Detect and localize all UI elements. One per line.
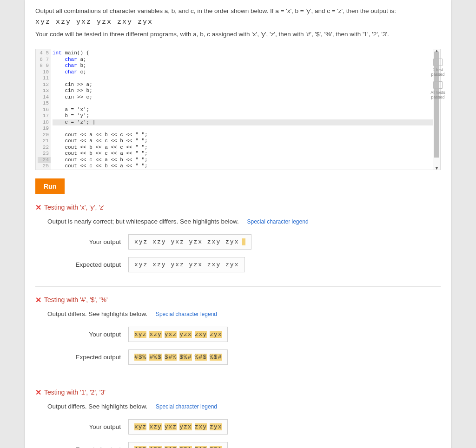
test-message: Output differs. See highlights below. Sp… [47, 310, 441, 317]
editor-gutter: 4 5 6 7 8 9 10 11 12 13 14 15 16 17 18 1… [36, 49, 51, 170]
prompt-sample-output: xyz xzy yxz yzx zxy zyx [35, 18, 441, 26]
prompt-line-2: Your code will be tested in three differ… [35, 31, 441, 38]
test-title: ✕Testing with '1', '2', '3' [35, 388, 441, 396]
badge-one-test-icon [433, 59, 443, 66]
fail-icon: ✕ [35, 204, 41, 211]
output-row: Expected output#$%#%$$#%$%#%#$%$# [68, 349, 441, 365]
prompt-line-1: Output all combinations of character var… [35, 7, 441, 14]
fail-icon: ✕ [35, 296, 41, 304]
output-box: xyz xzy yxz yzx zxy zyx [128, 234, 251, 250]
output-row: Your outputxyzxzyyxzyzxzxyzyx [68, 419, 441, 435]
special-char-legend-link[interactable]: Special character legend [156, 311, 217, 317]
output-box: 123132213231312321 [128, 442, 228, 448]
test-message: Output differs. See highlights below. Sp… [47, 403, 441, 410]
test-title: ✕Testing with 'x', 'y', 'z' [35, 203, 441, 211]
test-message: Output is nearly correct; but whitespace… [47, 218, 441, 225]
output-label: Expected output [68, 354, 128, 361]
test-badges: 1 testpassed All testspassed [429, 59, 447, 104]
special-char-legend-link[interactable]: Special character legend [247, 218, 308, 225]
output-label: Your output [68, 331, 128, 338]
test-block-0: ✕Testing with 'x', 'y', 'z'Output is nea… [35, 203, 441, 286]
scroll-down-icon[interactable]: ▼ [433, 165, 440, 170]
output-box: xyz xzy yxz yzx zxy zyx [128, 257, 245, 272]
output-row: Your outputxyz xzy yxz yzx zxy zyx [68, 234, 441, 250]
run-button[interactable]: Run [35, 178, 65, 194]
editor-code[interactable]: int main() { char a; char b; char c; cin… [51, 49, 433, 170]
output-label: Expected output [68, 261, 128, 268]
badge-all-tests-icon [433, 81, 443, 89]
fail-icon: ✕ [35, 389, 41, 396]
output-row: Your outputxyzxzyyxzyzxzxyzyx [68, 327, 441, 342]
output-label: Expected output [68, 446, 128, 448]
test-title: ✕Testing with '#', '$', '%' [35, 295, 441, 304]
output-box: #$%#%$$#%$%#%#$%$# [128, 349, 228, 365]
test-block-1: ✕Testing with '#', '$', '%'Output differ… [35, 286, 441, 379]
special-char-legend-link[interactable]: Special character legend [156, 403, 217, 410]
test-block-2: ✕Testing with '1', '2', '3'Output differ… [35, 379, 441, 448]
output-box: xyzxzyyxzyzxzxyzyx [128, 327, 228, 342]
output-row: Expected outputxyz xzy yxz yzx zxy zyx [68, 257, 441, 272]
output-box: xyzxzyyxzyzxzxyzyx [128, 419, 228, 435]
output-label: Your output [68, 238, 128, 245]
output-row: Expected output123132213231312321 [68, 442, 441, 448]
output-label: Your output [68, 423, 128, 430]
code-editor[interactable]: 4 5 6 7 8 9 10 11 12 13 14 15 16 17 18 1… [35, 49, 441, 170]
